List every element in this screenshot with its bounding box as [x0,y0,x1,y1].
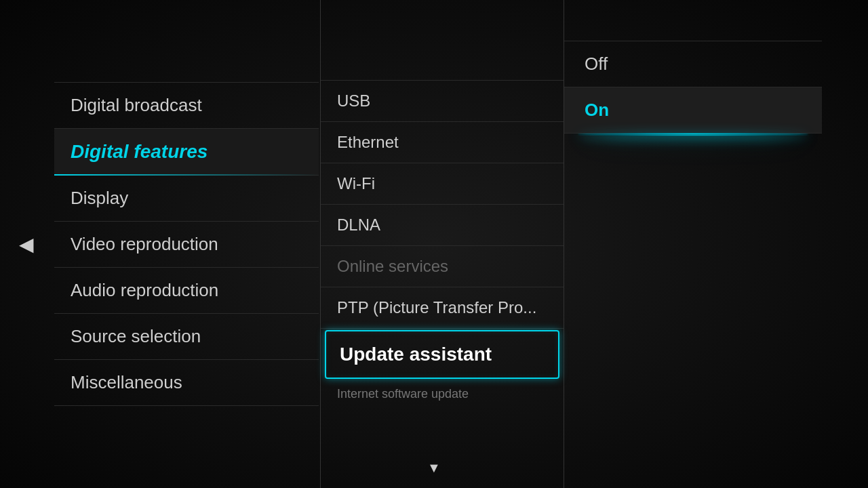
middle-menu-item-ptp[interactable]: PTP (Picture Transfer Pro... [321,287,564,329]
left-menu-item-display[interactable]: Display [54,176,319,222]
middle-menu-item-dlna[interactable]: DLNA [321,205,564,246]
left-menu-item-source-selection[interactable]: Source selection [54,314,319,360]
left-arrow-icon: ◀ [19,233,34,256]
left-menu: Digital broadcastDigital featuresDisplay… [54,0,319,488]
left-menu-item-miscellaneous[interactable]: Miscellaneous [54,360,319,406]
middle-menu-item-internet-software-update[interactable]: Internet software update [321,380,564,408]
middle-menu-item-update-assistant[interactable]: Update assistant [325,330,559,379]
left-menu-item-digital-features[interactable]: Digital features [54,129,319,176]
right-panel-item-on[interactable]: On [564,87,822,134]
middle-menu-item-usb[interactable]: USB [321,80,564,122]
middle-menu-item-wifi[interactable]: Wi-Fi [321,163,564,205]
left-menu-item-video-reproduction[interactable]: Video reproduction [54,222,319,268]
left-menu-item-audio-reproduction[interactable]: Audio reproduction [54,268,319,314]
right-panel-item-off[interactable]: Off [564,41,822,87]
middle-menu-item-online-services[interactable]: Online services [321,246,564,287]
middle-menu: USBEthernetWi-FiDLNAOnline servicesPTP (… [320,0,564,488]
down-arrow-icon: ▼ [427,460,441,476]
right-panel: OffOn [564,0,822,488]
menu-container: ◀ Digital broadcastDigital featuresDispl… [0,0,868,488]
middle-menu-item-ethernet[interactable]: Ethernet [321,122,564,163]
left-menu-item-digital-broadcast[interactable]: Digital broadcast [54,82,319,129]
